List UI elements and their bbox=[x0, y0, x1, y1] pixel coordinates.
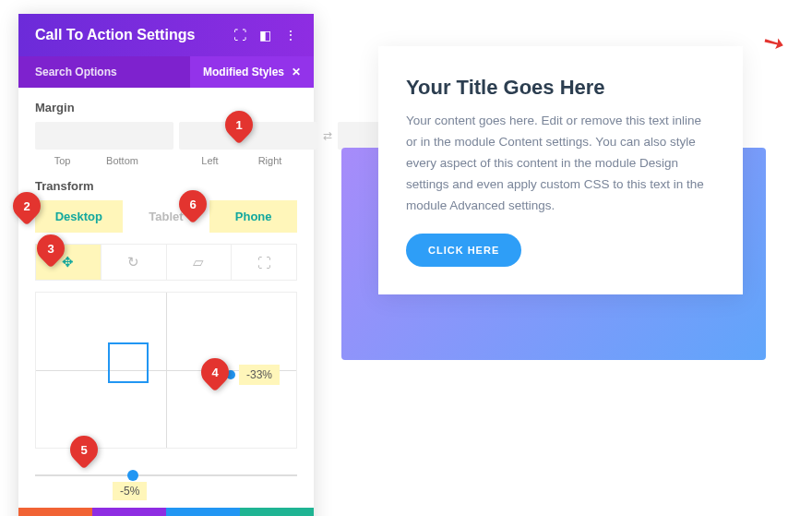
undo-button[interactable]: ↶ bbox=[92, 508, 166, 516]
rotate-tool-icon[interactable]: ↻ bbox=[102, 245, 167, 280]
expand-icon[interactable]: ⛶ bbox=[233, 28, 246, 42]
search-options[interactable]: Search Options bbox=[18, 56, 190, 88]
cta-title[interactable]: Your Title Goes Here bbox=[406, 76, 715, 100]
y-slider-dot[interactable] bbox=[127, 470, 138, 481]
panel-title: Call To Action Settings bbox=[35, 27, 195, 43]
transform-handle[interactable] bbox=[108, 342, 149, 383]
arrow-annotation: ➘ bbox=[757, 24, 790, 61]
layout-icon[interactable]: ◧ bbox=[259, 28, 271, 42]
margin-sublabels: Top Bottom Left Right bbox=[35, 155, 297, 166]
panel-footer: ✕ ↶ ↷ ✓ bbox=[18, 508, 314, 516]
panel-header: Call To Action Settings ⛶ ◧ ⋮ bbox=[18, 14, 314, 56]
transform-tools: ✥ ↻ ▱ ⛶ bbox=[35, 244, 297, 281]
link-icon[interactable]: ⇄ bbox=[323, 129, 332, 142]
margin-bottom-label: Bottom bbox=[95, 155, 149, 166]
cancel-button[interactable]: ✕ bbox=[18, 508, 92, 516]
save-button[interactable]: ✓ bbox=[240, 508, 314, 516]
redo-button[interactable]: ↷ bbox=[166, 508, 240, 516]
modified-styles-label: Modified Styles bbox=[203, 66, 284, 78]
tab-desktop[interactable]: Desktop bbox=[35, 200, 123, 233]
close-icon[interactable]: ✕ bbox=[292, 66, 301, 78]
cta-module: Your Title Goes Here Your content goes h… bbox=[378, 46, 743, 294]
header-icons: ⛶ ◧ ⋮ bbox=[233, 28, 297, 42]
modified-styles-tab[interactable]: Modified Styles ✕ bbox=[190, 56, 314, 88]
x-value[interactable]: -33% bbox=[239, 365, 280, 385]
y-slider[interactable]: -5% bbox=[35, 458, 297, 495]
tab-phone[interactable]: Phone bbox=[209, 200, 297, 233]
margin-top-input[interactable] bbox=[35, 122, 173, 150]
margin-label: Margin bbox=[35, 101, 297, 114]
transform-label: Transform bbox=[35, 179, 297, 193]
device-tabs: Desktop Tablet Phone bbox=[35, 200, 297, 233]
margin-right-label: Right bbox=[243, 155, 297, 166]
margin-left-label: Left bbox=[183, 155, 237, 166]
margin-top-label: Top bbox=[35, 155, 90, 166]
menu-icon[interactable]: ⋮ bbox=[284, 28, 297, 42]
panel-subheader: Search Options Modified Styles ✕ bbox=[18, 56, 314, 88]
cta-button[interactable]: CLICK HERE bbox=[406, 234, 521, 267]
transform-canvas[interactable]: -33% bbox=[35, 292, 297, 449]
panel-body: Margin ⇄ Top Bottom Left Right Transform… bbox=[18, 88, 314, 508]
y-value[interactable]: -5% bbox=[113, 482, 147, 500]
settings-panel: Call To Action Settings ⛶ ◧ ⋮ Search Opt… bbox=[18, 14, 314, 516]
skew-tool-icon[interactable]: ▱ bbox=[167, 245, 233, 280]
slider-track bbox=[35, 474, 297, 476]
margin-inputs: ⇄ bbox=[35, 122, 297, 150]
scale-tool-icon[interactable]: ⛶ bbox=[232, 245, 296, 280]
cta-body[interactable]: Your content goes here. Edit or remove t… bbox=[406, 111, 715, 217]
